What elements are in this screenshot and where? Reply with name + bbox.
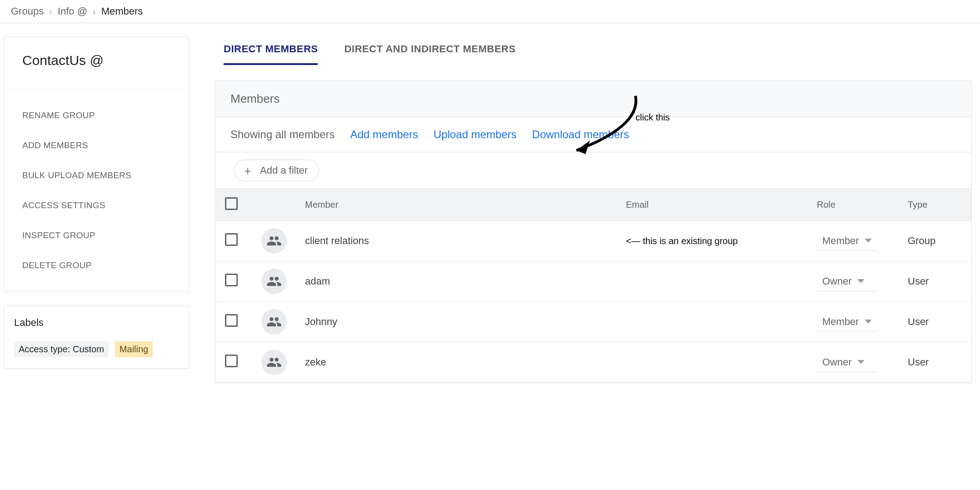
sidebar-card: ContactUs @ RENAME GROUP ADD MEMBERS BUL… (4, 37, 189, 292)
panel-title: Members (216, 81, 971, 117)
filter-row: ＋ Add a filter (216, 152, 971, 189)
group-avatar-icon (261, 269, 287, 294)
member-email: <— this is an existing group (617, 221, 808, 261)
showing-message: Showing all members (230, 128, 335, 141)
member-name: adam (296, 261, 617, 302)
sidebar-item-bulk-upload[interactable]: BULK UPLOAD MEMBERS (4, 160, 189, 190)
row-checkbox[interactable] (225, 314, 238, 327)
table-row[interactable]: JohnnyMemberUser (216, 302, 971, 342)
group-avatar-icon (261, 228, 287, 254)
breadcrumb-groups[interactable]: Groups (11, 5, 44, 17)
member-type: Group (899, 221, 971, 261)
add-filter-label: Add a filter (260, 165, 308, 176)
sidebar-item-delete-group[interactable]: DELETE GROUP (4, 250, 189, 280)
breadcrumb-info[interactable]: Info @ (58, 5, 87, 17)
member-email (617, 261, 808, 302)
header-email[interactable]: Email (617, 189, 808, 221)
breadcrumb-current: Members (101, 5, 143, 17)
row-checkbox[interactable] (225, 233, 238, 246)
sidebar-item-rename-group[interactable]: RENAME GROUP (4, 100, 189, 130)
role-dropdown[interactable]: Member (817, 312, 877, 332)
role-value: Member (822, 235, 859, 247)
group-avatar-icon (261, 309, 287, 335)
sidebar: ContactUs @ RENAME GROUP ADD MEMBERS BUL… (0, 23, 195, 383)
table-row[interactable]: client relations<— this is an existing g… (216, 221, 971, 261)
member-name: zeke (296, 342, 617, 383)
group-title: ContactUs @ (4, 37, 189, 90)
role-dropdown[interactable]: Member (817, 231, 877, 251)
tab-direct-members[interactable]: DIRECT MEMBERS (224, 37, 318, 65)
header-member[interactable]: Member (296, 189, 617, 221)
tabs: DIRECT MEMBERS DIRECT AND INDIRECT MEMBE… (215, 37, 972, 65)
upload-members-link[interactable]: Upload members (434, 128, 517, 141)
row-checkbox[interactable] (225, 355, 238, 367)
role-value: Owner (822, 275, 852, 287)
chevron-down-icon (857, 279, 865, 283)
select-all-checkbox[interactable] (225, 197, 238, 210)
add-members-link[interactable]: Add members (350, 128, 418, 141)
plus-icon: ＋ (242, 165, 254, 176)
label-chips: Access type: Custom Mailing (14, 341, 179, 357)
member-email (617, 342, 808, 383)
chevron-down-icon (857, 360, 865, 364)
role-dropdown[interactable]: Owner (817, 272, 876, 291)
member-type: User (899, 261, 971, 302)
members-panel: Members Showing all members Add members … (215, 80, 972, 383)
member-name: client relations (296, 221, 617, 261)
sidebar-item-inspect-group[interactable]: INSPECT GROUP (4, 220, 189, 250)
role-value: Member (822, 316, 859, 328)
labels-card: Labels Access type: Custom Mailing (4, 305, 189, 369)
members-table: Member Email Role Type client relations<… (216, 189, 971, 383)
label-mailing[interactable]: Mailing (115, 341, 153, 357)
breadcrumb: Groups › Info @ › Members (0, 0, 980, 23)
table-row[interactable]: zekeOwnerUser (216, 342, 971, 383)
role-dropdown[interactable]: Owner (817, 353, 876, 372)
main-content: DIRECT MEMBERS DIRECT AND INDIRECT MEMBE… (195, 23, 980, 383)
chevron-down-icon (865, 320, 872, 324)
chevron-right-icon: › (93, 6, 96, 17)
add-filter-button[interactable]: ＋ Add a filter (234, 160, 319, 181)
sidebar-item-add-members[interactable]: ADD MEMBERS (4, 130, 189, 160)
sidebar-nav: RENAME GROUP ADD MEMBERS BULK UPLOAD MEM… (4, 90, 189, 291)
header-type[interactable]: Type (899, 189, 971, 221)
chevron-down-icon (865, 239, 872, 243)
download-members-link[interactable]: Download members (532, 128, 629, 141)
label-access-type[interactable]: Access type: Custom (14, 341, 109, 357)
chevron-right-icon: › (49, 6, 52, 17)
member-type: User (899, 342, 971, 383)
header-role[interactable]: Role (808, 189, 899, 221)
member-type: User (899, 302, 971, 342)
action-row: Showing all members Add members Upload m… (216, 117, 971, 152)
table-row[interactable]: adamOwnerUser (216, 261, 971, 302)
labels-title: Labels (14, 317, 179, 329)
sidebar-item-access-settings[interactable]: ACCESS SETTINGS (4, 190, 189, 220)
member-email (617, 302, 808, 342)
tab-direct-indirect-members[interactable]: DIRECT AND INDIRECT MEMBERS (344, 37, 515, 65)
group-avatar-icon (261, 350, 287, 375)
row-checkbox[interactable] (225, 274, 238, 286)
role-value: Owner (822, 356, 852, 368)
member-name: Johnny (296, 302, 617, 342)
